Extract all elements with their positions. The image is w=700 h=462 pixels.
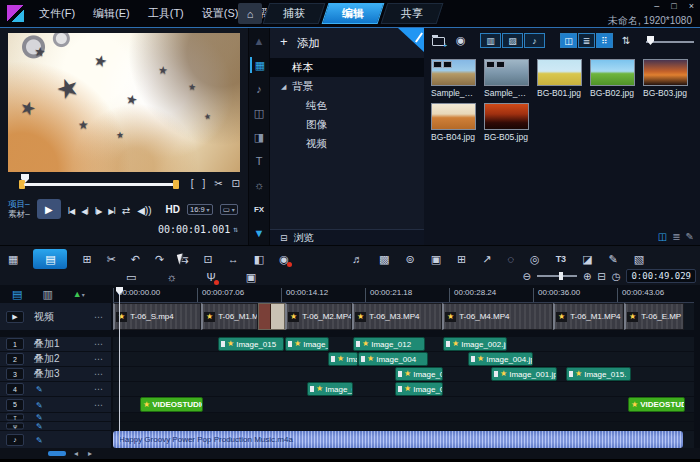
jump-end-button[interactable]: ▶Ⅰ xyxy=(108,207,115,216)
pause-preview-button[interactable]: ≣ xyxy=(672,231,680,242)
jump-start-button[interactable]: Ⅰ◀ xyxy=(68,207,75,216)
tree-item-样本[interactable]: 样本 xyxy=(270,58,424,77)
menu-item[interactable]: 工具(T) xyxy=(139,4,193,23)
draw-button[interactable]: ✎ xyxy=(609,254,618,265)
timeline-clip[interactable]: ★T-06_M1.MP4 xyxy=(553,303,624,330)
minimize-button[interactable]: – xyxy=(654,1,659,11)
undo-button[interactable]: ↶ xyxy=(131,254,140,265)
repeat-button[interactable]: ⇄ xyxy=(122,205,130,216)
transition-clip[interactable] xyxy=(258,303,285,330)
voiceover-button[interactable]: Ψ xyxy=(207,272,216,283)
track-content-video-track[interactable]: ★T-06_S.mp4★T-06_M1.M★T-06_M2.MP4★T-06_M… xyxy=(113,303,694,330)
timeline-zoom-slider[interactable] xyxy=(537,275,577,277)
zoom-in-button[interactable]: ⊕ xyxy=(583,271,591,282)
storyboard-view-button[interactable]: ▦ xyxy=(8,254,18,265)
track-menu-button[interactable]: ⋯ xyxy=(94,369,103,379)
track-content-overlay-track-4[interactable]: ★Image_0★Image_0 xyxy=(113,382,694,396)
video-fx-button[interactable]: ▩ xyxy=(379,254,389,265)
screen-capture-button[interactable]: ▭ xyxy=(126,272,136,283)
timeline-clip[interactable]: ★Image_002.jp xyxy=(443,337,507,351)
track-menu-button[interactable]: ⋯ xyxy=(94,312,103,322)
multi-trim-button[interactable]: ✂ xyxy=(107,254,116,265)
slider-thumb[interactable] xyxy=(647,36,654,45)
sort-button[interactable]: ⇅ xyxy=(622,35,630,46)
scroll-left-button[interactable]: ◂ xyxy=(74,449,78,458)
track-content-title-track[interactable] xyxy=(113,413,694,421)
media-thumbnail[interactable]: BG-B01.jpg xyxy=(535,58,584,101)
nav-audio-icon[interactable]: ♪ xyxy=(250,81,268,97)
track-header-overlay-track-4[interactable]: 4✎⋯ xyxy=(0,382,111,396)
mode-project-label[interactable]: 项目– xyxy=(8,199,30,209)
ripple-edit-icon[interactable]: ✎ xyxy=(36,435,43,444)
scroll-right-button[interactable]: ▸ xyxy=(88,449,92,458)
import-media-button[interactable] xyxy=(432,37,445,46)
edit-media-button[interactable]: ✎ xyxy=(686,231,694,242)
playback-mode-switch[interactable]: 项目– 素材– xyxy=(8,199,30,219)
timeline-clip[interactable]: ★Image_0 xyxy=(328,352,358,366)
close-button[interactable]: × xyxy=(689,1,694,11)
fit-timeline-button[interactable]: ⊟ xyxy=(597,271,605,282)
nav-transition-icon[interactable]: ◫ xyxy=(250,105,268,121)
volume-button[interactable]: ◀)) xyxy=(137,205,151,216)
mode-clip-label[interactable]: 素材– xyxy=(8,209,30,219)
timeline-clip[interactable]: ★Image_004 xyxy=(358,352,428,366)
timeline-clip[interactable]: ★T-06_M2.MP4 xyxy=(285,303,352,330)
filter-video-button[interactable]: ▥ xyxy=(480,33,501,48)
timeline-clip[interactable]: ★Image_0 xyxy=(395,367,443,381)
split-clip-button[interactable]: ✂ xyxy=(214,178,222,189)
menu-item[interactable]: 编辑(E) xyxy=(84,4,139,23)
preview-zoom-select[interactable]: ▭ ▾ xyxy=(220,204,238,215)
mask-creator-button[interactable]: ◪ xyxy=(582,254,592,265)
pin-panel-button[interactable] xyxy=(398,28,424,52)
maximize-button[interactable]: □ xyxy=(671,1,676,11)
duration-button[interactable]: ◷ xyxy=(612,271,621,282)
scrubber-track[interactable] xyxy=(24,183,174,186)
ripple-edit-icon[interactable]: ✎ xyxy=(36,422,43,431)
snapshot-button[interactable]: ▣ xyxy=(246,272,256,283)
split-clip-button[interactable]: ↔ xyxy=(228,254,239,265)
ripple-edit-icon[interactable]: ✎ xyxy=(36,400,43,409)
fit-project-button[interactable]: ⊡ xyxy=(204,254,213,265)
scroll-up-button[interactable]: ▲ xyxy=(250,33,268,49)
timeline-clip[interactable]: ★Image_015. xyxy=(566,367,631,381)
timeline-clip[interactable]: ★Image_012 xyxy=(353,337,425,351)
zoom-out-button[interactable]: ⊖ xyxy=(522,271,530,282)
media-thumbnail[interactable]: Sample_360... xyxy=(429,58,478,101)
add-category-button[interactable]: 添加 xyxy=(297,36,320,51)
auto-focus-button[interactable]: ◎ xyxy=(530,254,540,265)
view-list-button[interactable]: ≣ xyxy=(578,33,595,48)
track-manager-button[interactable]: ▤ xyxy=(12,288,22,301)
track-content-voice-track[interactable] xyxy=(113,422,694,430)
timeline-clip[interactable]: ★T-06_M4.MP4 xyxy=(442,303,553,330)
timeline-clip[interactable]: ★Image_015 xyxy=(218,337,284,351)
timeline-clip[interactable]: ★VIDEOSTUDIO xyxy=(628,397,685,412)
track-swap-button[interactable]: ◧ xyxy=(254,254,264,265)
thumbnail-size-slider[interactable] xyxy=(646,41,694,43)
hd-preview-toggle[interactable]: HD xyxy=(166,204,180,215)
ripple-edit-icon[interactable]: ✎ xyxy=(36,413,43,422)
timeline-clip[interactable]: ★T-06_M3.MP4 xyxy=(352,303,442,330)
track-header-overlay-track-5[interactable]: 5✎⋯ xyxy=(0,397,111,412)
lasso-button[interactable]: ◌ xyxy=(507,254,514,265)
track-content-overlay-track-1[interactable]: ★Image_015★Image_0★Image_012★Image_002.j… xyxy=(113,337,694,351)
mark-in-button[interactable]: [ xyxy=(191,178,194,189)
sound-mixer-button[interactable]: ♬ xyxy=(352,254,363,265)
view-grid-button[interactable]: ⠿ xyxy=(596,33,613,48)
timeline-view-button[interactable]: ▤ xyxy=(33,249,67,269)
track-content-overlay-track-5[interactable]: ★VIDEOSTUDIO★VIDEOSTUDIO xyxy=(113,397,694,412)
frame-fwd-button[interactable]: Ⅰ▶ xyxy=(95,207,102,216)
motion-tracking-button[interactable]: ↗ xyxy=(482,254,491,265)
track-menu-button[interactable]: ⋯ xyxy=(94,400,103,410)
timeline-clip[interactable]: ★T-06_E.MP xyxy=(624,303,684,330)
nav-graphics-icon[interactable]: ☼ xyxy=(250,177,268,193)
media-thumbnail[interactable]: BG-B05.jpg xyxy=(482,102,531,145)
track-menu-button[interactable]: ⋯ xyxy=(94,354,103,364)
track-header-voice-track[interactable]: Ψ✎ xyxy=(0,422,111,430)
nav-media-icon[interactable]: ▦ xyxy=(250,57,268,73)
media-thumbnail[interactable]: BG-B04.jpg xyxy=(429,102,478,145)
play-button[interactable]: ▶ xyxy=(37,199,61,219)
track-menu-button[interactable]: ⋯ xyxy=(94,384,103,394)
add-track-button[interactable]: ▲▾ xyxy=(73,289,85,299)
scroll-down-button[interactable]: ▼ xyxy=(250,225,268,241)
tree-item-图像[interactable]: 图像 xyxy=(270,115,424,134)
